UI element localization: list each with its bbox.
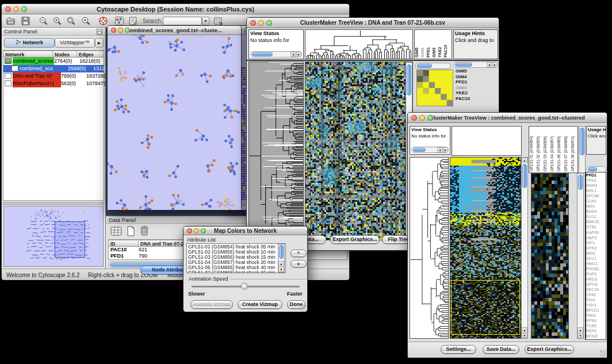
network1-title-bar[interactable]: combined_scores_good.txt--cluste... [108,26,241,35]
tv1-column-dendrogram[interactable] [305,29,413,59]
tv1-heatmap[interactable] [305,62,413,240]
float-panel-icon[interactable] [97,29,102,35]
gene-label: RNR4 [586,183,606,188]
attribute-table-icon[interactable] [110,226,122,239]
animate-vizmap-button[interactable]: Animate Vizmap [190,300,233,309]
col-nodes[interactable]: Nodes [53,51,77,57]
treeview2-title-bar[interactable]: ClusterMaker TreeView : combined_scores_… [408,113,607,123]
dialog-title-bar[interactable]: Map Colors to Network [183,227,307,235]
tv2-zoom-heatmap[interactable] [531,173,569,339]
attribute-list-item[interactable]: GPL51-07 (GSM868) heat shock 60 min [188,270,284,273]
tv2-column-dendrogram[interactable] [452,126,522,156]
attribute-list-vscrollbar[interactable]: ▲▼ [278,244,285,273]
tv1-status-scrollbar[interactable]: ◄► [250,51,302,58]
zoom-selected-icon[interactable] [66,16,76,26]
tv1-matrix-hscrollbar[interactable] [415,63,451,69]
column-label: GPL51-03 (GSM856) [543,127,550,173]
network-row[interactable]: DNA and Tran 07769(0)183728(0) [3,72,104,80]
close-icon[interactable] [250,20,256,26]
zoom-window-icon[interactable] [201,228,206,233]
zoom-window-icon[interactable] [21,6,27,12]
export-graphics-button[interactable]: Export Graphics... [330,235,380,244]
tv2-heatmap[interactable] [450,157,521,339]
minimize-icon[interactable] [13,6,19,12]
network-row[interactable]: RNAPuberNov2+|563(0)107847(0) [3,80,104,87]
minimize-icon[interactable] [194,228,199,233]
zoom-out-icon[interactable] [39,16,48,26]
tab-network[interactable]: Network [4,38,55,48]
treeview1-title-bar[interactable]: ClusterMaker TreeView : DNA and Tran 07-… [247,18,499,28]
cell-id: PAC10 [109,247,139,253]
network1-view-canvas[interactable] [108,35,241,210]
tab-vizmapper[interactable]: VizMapper™ [55,38,95,48]
main-title-bar[interactable]: Cytoscape Desktop (Session Name: collins… [2,4,349,14]
network-row[interactable]: combined_scores2764(0)16218(0) [3,58,104,65]
open-folder-icon[interactable] [6,16,16,26]
panel-splitter[interactable] [3,202,104,205]
move-up-button[interactable]: ^ [290,250,307,257]
minimize-icon[interactable] [118,28,123,33]
create-vizmap-button[interactable]: Create Vizmap [238,300,282,309]
tv2-view-status-panel: View Status No status info for ◄► [410,126,450,155]
search-dropdown-icon[interactable]: ▼ [202,17,209,25]
gene-label: CPA2 [586,292,606,297]
tv2-row-dendrogram[interactable] [410,157,449,339]
network-overview-panel[interactable] [3,206,104,267]
tv2-status-scrollbar[interactable]: ◄► [411,147,449,153]
zoom-in-icon[interactable] [52,16,62,26]
move-down-button[interactable]: v [290,260,307,267]
tv2-heatmap-vscrollbar[interactable]: ▲ ▲▼ [521,157,528,339]
import-table-icon[interactable] [213,16,223,26]
document-icon [12,66,18,71]
zoom-fit-icon[interactable] [81,16,91,26]
close-icon[interactable] [187,228,192,233]
network-overview-canvas[interactable] [4,206,103,266]
gene-label: SPC98 [586,193,606,198]
tv2-zoom-vscrollbar[interactable]: ▲▼ [577,173,584,339]
tv2-labels-vscrollbar[interactable] [579,126,586,173]
network-row[interactable]: combined_sco2569(6)13112(15) [3,65,104,72]
network-edges: 16218(0) [79,58,105,65]
tab-overflow-button[interactable]: ▶ [95,38,104,48]
tv1-row-dendrogram[interactable] [248,62,304,240]
resize-grip[interactable] [300,305,307,311]
settings-button[interactable]: Settings... [441,345,476,354]
new-attribute-icon[interactable] [125,226,136,239]
close-icon[interactable] [411,115,417,121]
scroll-down-icon[interactable]: ▼ [522,333,527,338]
slider-thumb[interactable] [241,283,248,290]
gene-label: FIG4 [586,297,606,302]
control-panel-title: Control Panel [4,28,37,35]
help-lifesaver-icon[interactable] [98,16,108,26]
zoom-window-icon[interactable] [266,20,272,26]
export-graphics-button[interactable]: Export Graphics... [525,345,574,354]
tv1-hints-scrollbar[interactable]: ◄► [453,62,498,68]
desktop: Cytoscape Desktop (Session Name: collins… [0,0,612,364]
tv1-view-status-panel: View Status No status info for ◄► [248,29,304,59]
vizmapper-icon[interactable] [114,16,124,26]
col-edges[interactable]: Edges [77,51,104,57]
search-input[interactable] [163,17,202,25]
attribute-listbox[interactable]: GPL51-01 (GSM854) heat shock 05 minGPL51… [186,243,286,273]
gene-label: HRD3 [586,277,606,282]
close-icon[interactable] [5,6,11,12]
gene-label: YRA1 [586,178,606,183]
minimize-icon[interactable] [419,115,425,121]
save-data-button[interactable]: Save Data... [483,345,519,354]
gene-label: ELG1 [586,214,606,219]
zoom-window-icon[interactable] [427,115,433,121]
col-id[interactable]: ID [109,240,139,246]
annotation-icon[interactable] [128,16,138,26]
scroll-left-icon[interactable]: ◄ [290,52,296,57]
col-network[interactable]: Network [3,51,53,57]
zoom-window-icon[interactable] [125,28,130,33]
delete-attribute-icon[interactable] [139,225,150,239]
save-icon[interactable] [21,16,30,26]
scroll-up-icon[interactable]: ▲ [522,158,527,163]
minimize-icon[interactable] [258,20,264,26]
tv1-similarity-matrix[interactable] [416,70,453,106]
resize-grip[interactable] [600,350,606,357]
close-icon[interactable] [111,28,116,33]
scroll-right-icon[interactable]: ► [296,52,301,57]
tv2-gene-list: PFD1YRA1RNR4MSL1SPC98CLN1NIS1BUD4ELG1MAK… [585,172,606,340]
